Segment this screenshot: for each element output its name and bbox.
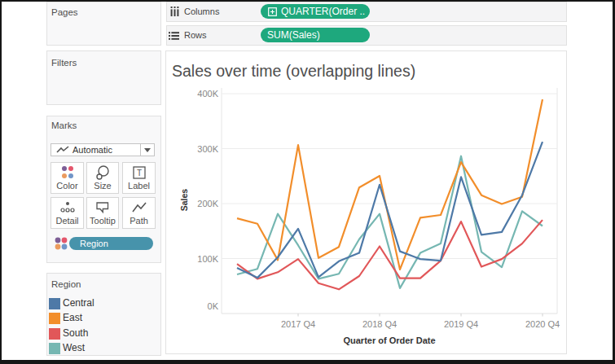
svg-text:T: T bbox=[136, 169, 141, 178]
svg-text:200K: 200K bbox=[197, 199, 218, 208]
svg-text:Quarter of Order Date: Quarter of Order Date bbox=[343, 335, 435, 345]
svg-text:2019 Q4: 2019 Q4 bbox=[444, 319, 478, 329]
svg-text:300K: 300K bbox=[197, 144, 218, 154]
svg-text:100K: 100K bbox=[197, 254, 218, 264]
svg-text:2020 Q4: 2020 Q4 bbox=[525, 319, 560, 329]
svg-text:Sales: Sales bbox=[179, 189, 189, 212]
svg-text:2017 Q4: 2017 Q4 bbox=[281, 319, 315, 329]
svg-text:2018 Q4: 2018 Q4 bbox=[362, 319, 397, 329]
svg-text:400K: 400K bbox=[197, 89, 218, 99]
svg-text:0K: 0K bbox=[208, 301, 219, 311]
